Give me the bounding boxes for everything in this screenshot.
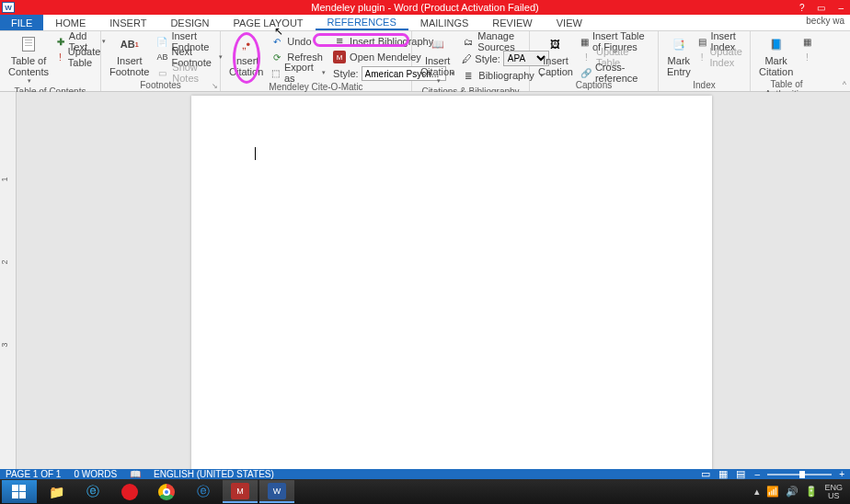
style-label: Style: — [333, 68, 359, 79]
svg-rect-3 — [19, 492, 26, 498]
windows-icon — [12, 485, 27, 499]
table-of-contents-button[interactable]: Table of Contents ▾ — [4, 33, 53, 86]
citation-icon: „• — [237, 35, 256, 53]
word-count[interactable]: 0 WORDS — [74, 469, 117, 479]
print-layout-icon[interactable]: ▦ — [716, 468, 730, 479]
group-label: Footnotes — [105, 80, 216, 91]
file-explorer-taskbar[interactable]: 📁 — [39, 480, 74, 503]
bibliography-icon: ≣ — [333, 35, 346, 48]
cross-reference-button[interactable]: 🔗Cross-reference — [578, 65, 654, 80]
caption-icon: 🖼 — [546, 35, 565, 53]
style-icon: 🖊 — [462, 53, 472, 64]
insert-citation-button[interactable]: 📖 Insert Citation ▾ — [416, 33, 459, 86]
opera-icon — [121, 484, 138, 500]
read-mode-icon[interactable]: ▭ — [698, 468, 713, 479]
show-hidden-icons[interactable]: ▴ — [754, 486, 760, 498]
mark-entry-button[interactable]: 📑 Mark Entry — [662, 33, 695, 79]
spellcheck-icon[interactable]: 📖 — [130, 469, 141, 479]
tab-references[interactable]: REFERENCES — [316, 15, 408, 30]
insert-index-icon: ▤ — [698, 35, 707, 48]
svg-rect-0 — [12, 485, 18, 491]
group-label: Captions — [534, 80, 654, 91]
mark-entry-icon: 📑 — [670, 35, 688, 53]
svg-rect-2 — [12, 492, 18, 498]
start-button[interactable] — [2, 480, 37, 503]
word-app-icon: W — [2, 2, 15, 13]
language-indicator[interactable]: ENG US — [824, 484, 843, 500]
vertical-ruler: 1 2 3 — [0, 92, 17, 476]
insert-authorities-button[interactable]: ▦ — [798, 34, 816, 49]
mendeley-insert-citation-button[interactable]: „• Insert Citation — [224, 33, 268, 79]
update-index-button: !Update Index — [695, 50, 750, 64]
toc-icon — [22, 37, 35, 52]
help-icon[interactable]: ? — [797, 3, 808, 13]
plus-icon: ✚ — [56, 35, 65, 48]
opera-taskbar[interactable] — [112, 480, 147, 503]
figures-icon: ▦ — [580, 35, 589, 48]
update-authorities-button: ! — [798, 50, 816, 64]
volume-icon[interactable]: 🔊 — [786, 486, 798, 498]
dialog-launcher-icon[interactable]: ↘ — [212, 82, 218, 90]
zoom-slider[interactable] — [767, 474, 832, 475]
update-icon: ! — [698, 51, 706, 63]
minimize-icon[interactable]: – — [835, 3, 846, 13]
cross-ref-icon: 🔗 — [580, 66, 592, 79]
show-notes-button: ▭Show Notes — [154, 65, 224, 80]
tab-review[interactable]: REVIEW — [480, 15, 544, 30]
window-title: Mendeley plugin - Word (Product Activati… — [311, 2, 538, 13]
svg-rect-1 — [19, 485, 26, 491]
wifi-icon[interactable]: 📶 — [766, 486, 779, 498]
tab-page-layout[interactable]: PAGE LAYOUT — [222, 15, 316, 30]
update-table-button[interactable]: !Update Table — [53, 50, 108, 64]
endnote-icon: 📄 — [156, 35, 167, 48]
file-tab[interactable]: FILE — [0, 15, 43, 30]
export-icon: ⬚ — [270, 66, 281, 79]
mendeley-taskbar[interactable]: M — [223, 480, 258, 503]
tab-home[interactable]: HOME — [43, 15, 98, 30]
refresh-icon: ⟳ — [270, 51, 283, 63]
group-label: Index — [662, 80, 746, 91]
export-as-button[interactable]: ⬚Export as▾ — [268, 65, 328, 80]
update-icon: ! — [56, 51, 64, 63]
tab-design[interactable]: DESIGN — [158, 15, 221, 30]
chrome-taskbar[interactable] — [149, 480, 184, 503]
chevron-down-icon: ▾ — [28, 77, 31, 85]
tab-mailings[interactable]: MAILINGS — [408, 15, 481, 30]
tab-insert[interactable]: INSERT — [98, 15, 158, 30]
update-icon: ! — [580, 51, 592, 63]
ribbon-display-icon[interactable]: ▭ — [814, 3, 828, 13]
word-icon: W — [268, 483, 286, 499]
insert-caption-button[interactable]: 🖼 Insert Caption — [534, 33, 578, 79]
show-notes-icon: ▭ — [156, 66, 168, 79]
authorities-icon: ▦ — [800, 35, 813, 48]
battery-icon[interactable]: 🔋 — [805, 486, 818, 498]
mendeley-icon: M — [333, 51, 346, 63]
page-count[interactable]: PAGE 1 OF 1 — [6, 469, 61, 479]
mark-citation-button[interactable]: 📘 Mark Citation — [754, 33, 798, 79]
document-page[interactable] — [191, 96, 712, 476]
collapse-ribbon-icon[interactable]: ^ — [843, 80, 846, 89]
word-taskbar[interactable]: W — [259, 480, 294, 503]
next-footnote-icon: AB — [156, 51, 167, 63]
user-name[interactable]: becky wa — [806, 16, 844, 26]
edge-taskbar[interactable]: ⓔ — [186, 480, 221, 503]
tab-view[interactable]: VIEW — [545, 15, 594, 30]
language-status[interactable]: ENGLISH (UNITED STATES) — [154, 469, 274, 479]
citation-icon: 📖 — [429, 35, 447, 53]
mark-citation-icon: 📘 — [767, 35, 786, 53]
update-icon: ! — [800, 51, 813, 63]
mouse-cursor-icon: ↖ — [274, 25, 283, 38]
web-layout-icon[interactable]: ▤ — [733, 468, 748, 479]
mendeley-icon: M — [231, 483, 249, 499]
bibliography-icon: ≣ — [462, 69, 475, 82]
zoom-in-icon[interactable]: + — [839, 469, 844, 479]
footnote-icon: AB1 — [121, 35, 139, 53]
insert-footnote-button[interactable]: AB1 Insert Footnote — [105, 33, 154, 79]
text-cursor — [255, 147, 256, 160]
zoom-out-icon[interactable]: – — [755, 469, 761, 479]
chrome-icon — [158, 484, 175, 500]
internet-explorer-taskbar[interactable]: ⓔ — [75, 480, 110, 503]
style-label: Style: — [475, 53, 500, 64]
manage-sources-icon: 🗂 — [462, 35, 474, 48]
